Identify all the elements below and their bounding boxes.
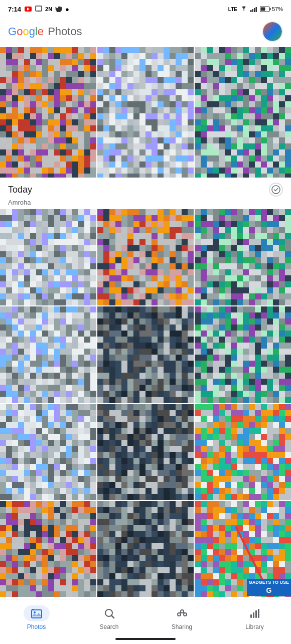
watermark-line1: GADGETS TO USE	[249, 580, 289, 586]
section-location: Amroha	[0, 199, 291, 209]
battery-percent: 57%	[272, 6, 283, 12]
notification-icon	[35, 6, 42, 13]
app-logo: Google Photos	[8, 25, 82, 38]
search-icon-wrap	[96, 605, 122, 621]
svg-rect-28	[258, 609, 259, 618]
twitter-icon	[55, 6, 62, 12]
watermark-text: GADGETS TO USE G	[247, 579, 291, 596]
logo-letter-g: G	[8, 25, 17, 38]
logo-letter-o1: o	[17, 25, 23, 38]
svg-rect-4	[250, 10, 252, 12]
svg-point-11	[272, 186, 280, 194]
grid-canvas-8	[97, 404, 194, 500]
svg-rect-14	[32, 610, 42, 618]
grid-photo-7[interactable]	[0, 404, 96, 500]
top-photo-1[interactable]	[0, 47, 96, 178]
grid-canvas-2	[97, 209, 194, 305]
network-type: 2N	[45, 6, 52, 12]
grid-canvas-11	[97, 501, 194, 597]
grid-canvas-9	[195, 404, 291, 500]
bottom-navigation: Photos Search Sharing	[0, 599, 291, 644]
logo-space: Photos	[45, 25, 82, 38]
svg-point-21	[178, 613, 181, 616]
sharing-label: Sharing	[172, 623, 192, 630]
grid-photo-5[interactable]	[97, 306, 194, 403]
svg-rect-26	[253, 612, 254, 618]
app-header: Google Photos	[0, 18, 291, 47]
photo-canvas-1	[0, 47, 96, 178]
svg-rect-27	[255, 610, 257, 618]
main-content: Today Amroha	[0, 47, 291, 597]
svg-rect-5	[252, 9, 253, 12]
photos-icon-wrap	[24, 605, 50, 621]
svg-rect-9	[269, 8, 270, 11]
time-display: 7:14	[8, 6, 21, 13]
grid-photo-1[interactable]	[0, 209, 96, 305]
svg-rect-17	[32, 609, 34, 610]
section-header: Today	[0, 178, 291, 199]
photos-label: Photos	[27, 623, 46, 630]
grid-photo-10[interactable]	[0, 501, 96, 597]
sharing-icon	[176, 607, 188, 619]
svg-point-16	[34, 611, 36, 613]
search-label: Search	[99, 623, 118, 630]
library-label: Library	[245, 623, 264, 630]
svg-line-19	[111, 615, 114, 618]
top-photo-strip	[0, 47, 291, 178]
dot-indicator: ●	[65, 6, 69, 13]
status-time: 7:14 2N ●	[8, 6, 69, 13]
svg-rect-7	[255, 7, 257, 12]
grid-photo-2[interactable]	[97, 209, 194, 305]
home-indicator	[115, 638, 176, 640]
photo-canvas-2	[97, 47, 194, 178]
top-photo-2[interactable]	[97, 47, 194, 178]
signal-icon	[250, 6, 257, 12]
nav-sharing[interactable]: Sharing	[145, 603, 218, 632]
svg-rect-2	[36, 6, 42, 11]
section-date: Today	[8, 185, 32, 195]
status-bar: 7:14 2N ● LTE	[0, 0, 291, 18]
status-icons: LTE 57%	[228, 6, 283, 12]
nav-search[interactable]: Search	[73, 603, 145, 632]
grid-canvas-7	[0, 404, 96, 500]
grid-photo-8[interactable]	[97, 404, 194, 500]
search-icon	[103, 607, 115, 619]
grid-photo-3[interactable]	[195, 209, 291, 305]
battery-indicator: 57%	[260, 6, 283, 12]
user-avatar[interactable]	[262, 21, 283, 42]
grid-photo-11[interactable]	[97, 501, 194, 597]
grid-photo-6[interactable]	[195, 306, 291, 403]
watermark-icon: G	[249, 586, 289, 595]
svg-marker-15	[32, 613, 42, 616]
grid-canvas-3	[195, 209, 291, 305]
today-photo-grid	[0, 209, 291, 597]
nav-library[interactable]: Library	[218, 603, 291, 632]
logo-letter-e: e	[38, 25, 44, 38]
top-photo-3[interactable]	[195, 47, 291, 178]
svg-rect-10	[260, 8, 265, 11]
watermark: GADGETS TO USE G	[247, 579, 291, 596]
logo-letter-g2: g	[29, 25, 35, 38]
wifi-icon	[240, 6, 248, 12]
svg-point-20	[181, 610, 184, 613]
svg-point-22	[184, 613, 187, 616]
select-all-button[interactable]	[269, 183, 283, 197]
svg-rect-6	[254, 8, 255, 12]
grid-canvas-1	[0, 209, 96, 305]
nav-photos[interactable]: Photos	[0, 603, 73, 632]
library-icon	[249, 607, 261, 619]
grid-canvas-5	[97, 306, 194, 403]
grid-canvas-10	[0, 501, 96, 597]
avatar-image	[263, 22, 282, 41]
photo-canvas-3	[195, 47, 291, 178]
grid-photo-9[interactable]	[195, 404, 291, 500]
photos-icon	[31, 607, 43, 619]
youtube-icon	[24, 6, 32, 12]
grid-canvas-4	[0, 306, 96, 403]
svg-rect-25	[250, 614, 252, 618]
lte-indicator: LTE	[228, 7, 237, 12]
library-icon-wrap	[242, 605, 268, 621]
logo-letter-o2: o	[23, 25, 29, 38]
grid-canvas-6	[195, 306, 291, 403]
grid-photo-4[interactable]	[0, 306, 96, 403]
